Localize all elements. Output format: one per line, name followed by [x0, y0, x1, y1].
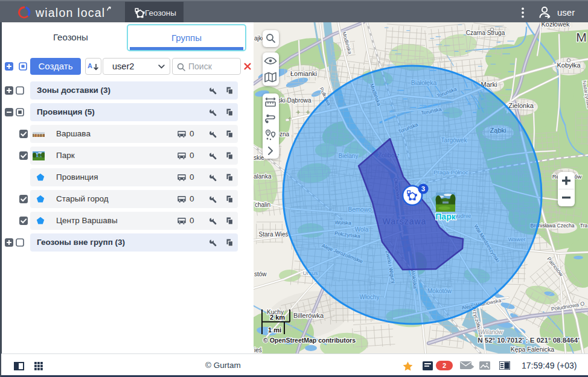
- svg-text:Stara Wieś: Stara Wieś: [259, 231, 289, 238]
- svg-text:alanka: alanka: [254, 173, 272, 180]
- svg-text:Kozłówek: Kozłówek: [541, 22, 570, 28]
- svg-text:Kobyłka: Kobyłka: [557, 62, 581, 69]
- svg-text:ski-Dąbrowa: ski-Dąbrowa: [278, 97, 312, 104]
- svg-text:Kępa Falenicka: Kępa Falenicka: [511, 346, 555, 353]
- svg-text:A: A: [88, 62, 92, 69]
- svg-text:3: 3: [421, 185, 425, 192]
- svg-text:Tra: Tra: [580, 223, 588, 229]
- svg-text:Wilanów: Wilanów: [480, 329, 503, 335]
- svg-text:Парк: Парк: [435, 212, 456, 221]
- svg-text:M: M: [576, 30, 587, 44]
- svg-text:© OpenStreetMap contributors: © OpenStreetMap contributors: [263, 337, 356, 344]
- svg-text:2 km: 2 km: [270, 314, 285, 321]
- svg-text:ieś: ieś: [254, 347, 262, 353]
- svg-text:stów: stów: [254, 271, 267, 277]
- svg-text:N 52° 10.7012' : E 021° 08.846: N 52° 10.7012' : E 021° 08.8464': [478, 337, 580, 344]
- svg-text:chalin: chalin: [255, 201, 270, 208]
- svg-text:Łomianki: Łomianki: [290, 70, 317, 77]
- svg-text:Zielonka: Zielonka: [508, 102, 534, 109]
- svg-text:Billerówka: Billerówka: [293, 312, 324, 319]
- svg-text:1 mi: 1 mi: [268, 326, 281, 334]
- svg-text:zna: zna: [280, 131, 290, 138]
- svg-text:Czarna Struga: Czarna Struga: [466, 30, 505, 36]
